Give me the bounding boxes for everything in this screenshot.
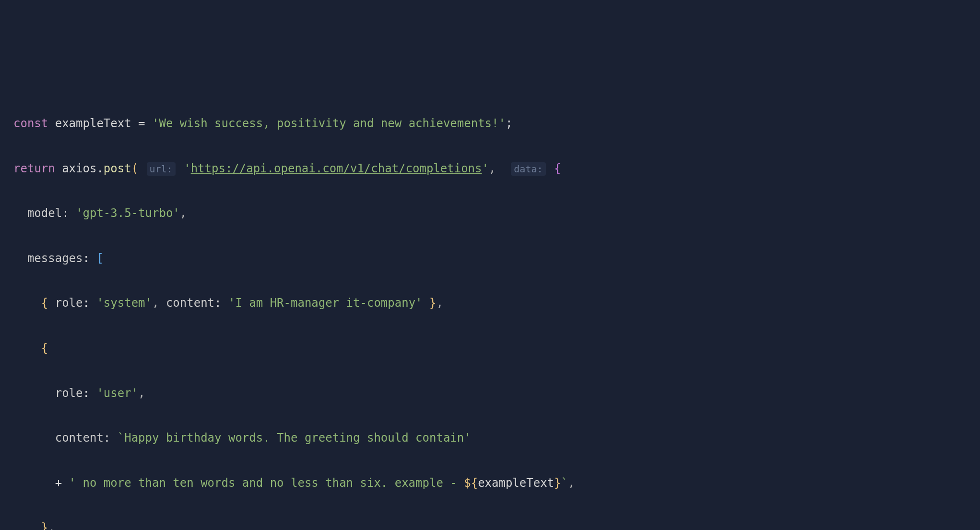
- url-link[interactable]: https://api.openai.com/v1/chat/completio…: [191, 162, 482, 175]
- bracket-open: [: [96, 252, 103, 265]
- comma: ,: [180, 206, 187, 220]
- code-line: role: 'user',: [13, 382, 980, 405]
- code-line: {: [13, 337, 980, 360]
- string-quote: ': [482, 162, 489, 175]
- code-line: model: 'gpt-3.5-turbo',: [13, 202, 980, 225]
- keyword-const: const: [13, 117, 48, 130]
- method-post: post: [104, 162, 131, 175]
- code-line: + ' no more than ten words and no less t…: [13, 472, 980, 494]
- colon: :: [83, 252, 97, 265]
- colon: :: [83, 296, 97, 310]
- comma: ,: [489, 162, 496, 175]
- property-model: model: [27, 206, 62, 220]
- string: ' no more than ten words and no less tha…: [69, 476, 464, 490]
- parameter-hint-url: url:: [147, 162, 176, 176]
- colon: :: [62, 206, 76, 220]
- keyword-return: return: [13, 162, 55, 175]
- code-editor[interactable]: const exampleText = 'We wish success, po…: [0, 90, 980, 530]
- property-content: content: [55, 431, 104, 445]
- colon: :: [214, 296, 228, 310]
- plus-operator: +: [55, 476, 69, 490]
- string: 'I am HR-manager it-company': [228, 296, 423, 310]
- code-line: content: `Happy birthday words. The gree…: [13, 427, 980, 449]
- code-line: const exampleText = 'We wish success, po…: [13, 112, 980, 135]
- code-line: return axios.post( url: 'https://api.ope…: [13, 157, 980, 180]
- colon: :: [83, 386, 97, 400]
- colon: :: [104, 431, 118, 445]
- property-role: role: [55, 386, 83, 400]
- backtick: `: [118, 431, 124, 445]
- code-line: },: [13, 517, 980, 530]
- comma: ,: [48, 521, 55, 530]
- property-role: role: [55, 296, 83, 310]
- property-messages: messages: [27, 252, 83, 265]
- comma: ,: [568, 476, 575, 490]
- code-line: { role: 'system', content: 'I am HR-mana…: [13, 292, 980, 314]
- paren-open: (: [131, 162, 138, 175]
- comma: ,: [152, 296, 166, 310]
- parameter-hint-data: data:: [511, 162, 545, 176]
- string: 'gpt-3.5-turbo': [76, 206, 180, 220]
- brace-close: }: [423, 296, 437, 310]
- string-quote: ': [184, 162, 190, 175]
- template-string: Happy birthday words. The greeting shoul…: [124, 431, 471, 445]
- string: 'user': [96, 386, 138, 400]
- comma: ,: [138, 386, 145, 400]
- brace-open: {: [554, 162, 561, 175]
- identifier-axios: axios: [62, 162, 96, 175]
- brace-close: }: [41, 521, 48, 530]
- code-line: messages: [: [13, 247, 980, 270]
- dot: .: [96, 162, 103, 175]
- string: 'We wish success, positivity and new ach…: [152, 117, 506, 130]
- punctuation: =: [131, 117, 152, 130]
- backtick: `: [561, 476, 568, 490]
- identifier: exampleText: [55, 117, 131, 130]
- template-expr-open: ${: [464, 476, 478, 490]
- string: 'system': [96, 296, 152, 310]
- brace-open: {: [41, 296, 55, 310]
- semicolon: ;: [506, 117, 512, 130]
- property-content: content: [166, 296, 214, 310]
- template-expr-close: }: [554, 476, 561, 490]
- brace-open: {: [41, 341, 48, 355]
- comma: ,: [436, 296, 443, 310]
- identifier: exampleText: [478, 476, 554, 490]
